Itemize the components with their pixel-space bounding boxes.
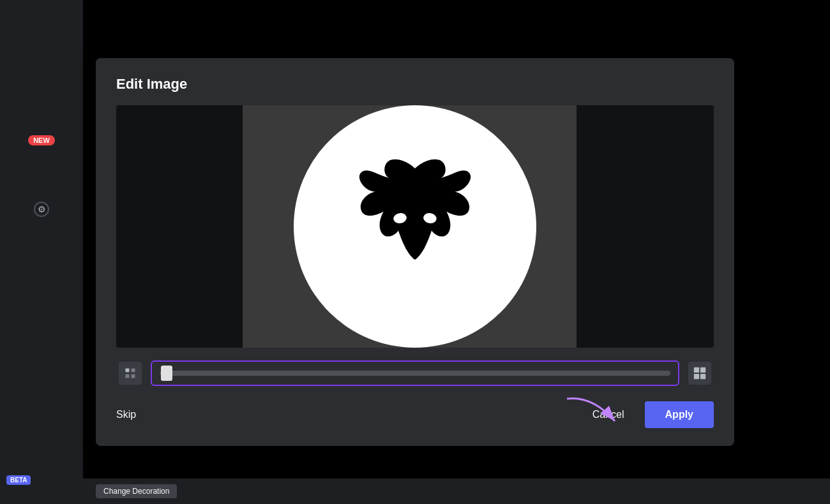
svg-rect-7 <box>700 367 706 373</box>
preview-right-panel <box>577 105 714 348</box>
modal-title: Edit Image <box>116 76 714 93</box>
footer-right-buttons: Cancel Apply <box>582 401 714 428</box>
modal-footer: Skip Cancel Apply <box>116 401 714 428</box>
svg-rect-2 <box>126 369 130 373</box>
batman-logo <box>332 144 498 309</box>
svg-rect-9 <box>700 374 706 379</box>
modal-overlay: Edit Image <box>0 0 830 504</box>
svg-rect-3 <box>132 369 135 373</box>
zoom-slider-track[interactable] <box>160 371 670 376</box>
zoom-in-icon <box>688 362 711 385</box>
edit-image-modal: Edit Image <box>96 58 734 446</box>
svg-rect-8 <box>694 374 699 379</box>
preview-center <box>243 105 587 348</box>
arrow-annotation <box>561 392 624 433</box>
zoom-slider-thumb[interactable] <box>161 366 172 381</box>
preview-left-panel <box>116 105 253 348</box>
slider-section <box>116 360 714 386</box>
image-preview-area <box>116 105 714 348</box>
preview-inner <box>116 105 714 348</box>
svg-rect-6 <box>694 367 699 373</box>
batman-circle <box>294 105 536 348</box>
svg-rect-4 <box>126 374 130 378</box>
skip-button[interactable]: Skip <box>116 403 136 427</box>
apply-button[interactable]: Apply <box>645 401 714 428</box>
arrow-svg <box>561 392 624 431</box>
svg-rect-5 <box>132 374 135 378</box>
zoom-out-icon <box>119 362 142 385</box>
zoom-slider-wrapper[interactable] <box>151 360 679 386</box>
